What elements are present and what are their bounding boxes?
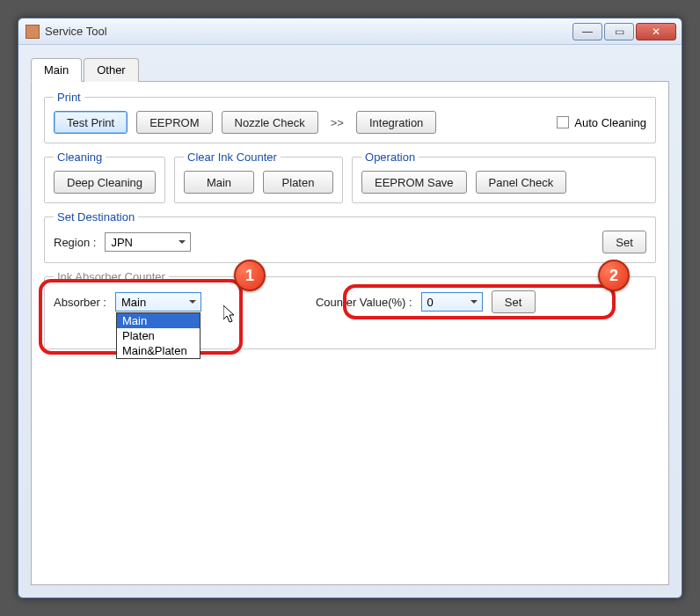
tab-page-main: Print Test Print EEPROM Nozzle Check >> … [31,82,669,585]
clear-ink-platen-button[interactable]: Platen [263,171,333,194]
operation-legend: Operation [361,150,419,164]
tabstrip: Main Other [31,57,669,82]
absorber-select[interactable]: Main Main Platen Main&Platen [115,292,201,312]
set-destination-group: Set Destination Region : JPN Set [44,210,656,263]
integration-button[interactable]: Integration [356,111,436,134]
region-select[interactable]: JPN [105,232,191,252]
tab-other[interactable]: Other [84,58,139,82]
checkbox-box-icon [557,116,569,128]
absorber-option-main[interactable]: Main [117,313,200,328]
region-label: Region : [54,236,96,249]
cleaning-legend: Cleaning [54,150,106,164]
set-destination-legend: Set Destination [54,210,138,224]
cleaning-group: Cleaning Deep Cleaning [44,150,165,203]
auto-cleaning-label: Auto Cleaning [574,116,646,129]
nozzle-check-button[interactable]: Nozzle Check [222,111,318,134]
test-print-button[interactable]: Test Print [54,111,128,134]
region-value: JPN [111,236,133,249]
window-title: Service Tool [45,25,572,38]
region-set-button[interactable]: Set [602,231,646,253]
highlight-bubble-2: 2 [598,260,630,291]
eeprom-save-button[interactable]: EEPROM Save [361,171,467,194]
separator-icon: >> [327,116,347,129]
clear-ink-legend: Clear Ink Counter [184,150,281,164]
deep-cleaning-button[interactable]: Deep Cleaning [54,171,156,194]
window-buttons: — ▭ ✕ [572,23,676,40]
client-area: Main Other Print Test Print EEPROM Nozzl… [18,45,682,598]
print-group: Print Test Print EEPROM Nozzle Check >> … [44,91,656,143]
highlight-bubble-1: 1 [234,260,266,291]
close-button[interactable]: ✕ [636,23,676,40]
titlebar: Service Tool — ▭ ✕ [18,18,682,45]
absorber-option-platen[interactable]: Platen [117,328,200,343]
panel-check-button[interactable]: Panel Check [476,171,567,194]
absorber-dropdown: Main Platen Main&Platen [116,312,201,359]
counter-value: 0 [427,296,434,309]
maximize-button[interactable]: ▭ [604,23,634,40]
absorber-value: Main [121,296,146,309]
clear-ink-main-button[interactable]: Main [184,171,254,194]
auto-cleaning-checkbox[interactable]: Auto Cleaning [557,116,646,129]
absorber-set-button[interactable]: Set [492,290,536,313]
operation-group: Operation EEPROM Save Panel Check [352,150,656,203]
tab-main[interactable]: Main [31,58,82,82]
counter-value-label: Counter Value(%) : [316,296,412,309]
minimize-button[interactable]: — [572,23,602,40]
ink-absorber-legend: Ink Absorber Counter [54,270,169,283]
absorber-option-both[interactable]: Main&Platen [117,343,200,358]
app-window: Service Tool — ▭ ✕ Main Other Print Test… [18,18,682,598]
clear-ink-group: Clear Ink Counter Main Platen [174,150,343,203]
app-icon [26,25,40,39]
absorber-label: Absorber : [54,296,106,309]
print-legend: Print [54,91,84,104]
ink-absorber-group: Ink Absorber Counter Absorber : Main Mai… [44,270,656,349]
counter-value-select[interactable]: 0 [421,292,483,312]
eeprom-button[interactable]: EEPROM [136,111,212,134]
